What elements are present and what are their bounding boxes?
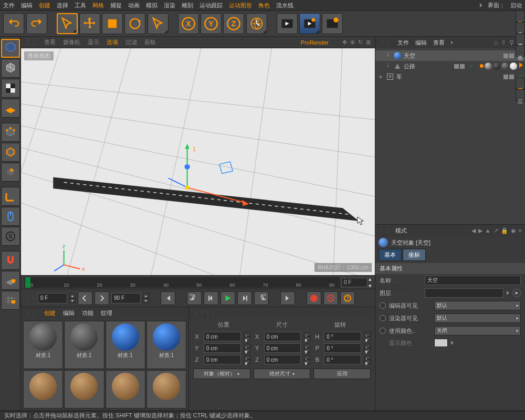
menu-mesh[interactable]: 网格 [92, 2, 104, 9]
expand-icon[interactable] [480, 3, 482, 7]
attr-up-icon[interactable]: ▲ [485, 227, 491, 234]
obj-home-icon[interactable]: ⌂ [494, 39, 498, 46]
pos-input[interactable]: 0 cm [204, 355, 241, 364]
rot-spinner[interactable]: ▴▾ [364, 332, 371, 341]
select-tool[interactable] [57, 13, 78, 34]
apply-button[interactable]: 应用 [313, 369, 371, 379]
size-spinner[interactable]: ▴▾ [304, 344, 310, 352]
enable-icon[interactable]: ✓ [469, 63, 474, 70]
tab-basic[interactable]: 基本 [379, 249, 402, 261]
menu-tools[interactable]: 工具 [75, 2, 86, 9]
menu-mograph[interactable]: 运动图形 [229, 2, 252, 9]
pos-input[interactable]: 0 cm [204, 343, 241, 353]
scale-tool[interactable] [102, 13, 123, 34]
menu-select[interactable]: 选择 [57, 2, 68, 9]
rotate-tool[interactable] [124, 13, 145, 34]
menu-track[interactable]: 运动跟踪 [200, 2, 223, 9]
mat-tex[interactable]: 纹理 [101, 309, 112, 317]
vp-filter[interactable]: 过滤 [125, 38, 137, 46]
redo-button[interactable] [26, 13, 47, 34]
menu-edit[interactable]: 编辑 [21, 2, 33, 9]
rot-input[interactable]: 0 ° [324, 343, 361, 353]
mouse-button[interactable] [1, 207, 20, 226]
menu-anim[interactable]: 动画 [128, 2, 140, 9]
render-view-button[interactable] [277, 13, 298, 34]
timeline-ruler[interactable]: 0102030405060708090 [24, 277, 340, 288]
vp-display[interactable]: 显示 [88, 38, 99, 46]
layout-value[interactable]: 启动 [510, 2, 522, 9]
material-7[interactable] [146, 370, 186, 409]
tab-coords[interactable]: 坐标 [403, 249, 426, 261]
range-prev-button[interactable] [78, 291, 92, 305]
menu-sculpt[interactable]: 雕刻 [182, 2, 193, 9]
end-spinner[interactable]: ▴▾ [143, 293, 149, 303]
menu-character[interactable]: 角色 [258, 2, 270, 9]
pos-spinner[interactable]: ▴▾ [244, 344, 250, 352]
render-vis-radio[interactable] [380, 315, 386, 321]
material-5[interactable] [64, 370, 104, 409]
workplane-button[interactable] [1, 99, 20, 118]
editor-vis-dropdown[interactable]: 默认▾ [434, 301, 521, 310]
attr-new-icon[interactable]: ↗ [494, 227, 498, 234]
viewport-3d[interactable]: 透视视图 [21, 48, 375, 275]
goto-end-button[interactable] [280, 291, 295, 305]
vp-zoom-icon[interactable]: ⊕ [350, 39, 355, 46]
material-6[interactable] [106, 370, 145, 409]
editor-vis-radio[interactable] [380, 302, 386, 309]
obj-search-icon[interactable]: ⚲ [509, 39, 514, 46]
vp-options[interactable]: 选项 [107, 38, 118, 46]
material-1[interactable]: 材质.1 [64, 321, 104, 369]
edges-button[interactable] [1, 143, 20, 162]
side-tab-objects[interactable]: 对象 [516, 10, 525, 22]
rot-spinner[interactable]: ▴▾ [364, 355, 371, 364]
vp-panel[interactable]: 面板 [144, 38, 156, 46]
color-expand-icon[interactable] [451, 341, 454, 345]
record-button[interactable] [307, 291, 321, 305]
object-row-公路[interactable]: └公路✓ [375, 61, 525, 71]
end-frame[interactable]: 90 F [111, 293, 141, 303]
mat-func[interactable]: 功能 [82, 309, 93, 317]
attr-lock-icon[interactable]: 🔒 [501, 227, 508, 234]
coord-system-button[interactable] [246, 13, 267, 34]
menu-render[interactable]: 渲染 [164, 2, 175, 9]
autokey-button[interactable] [323, 291, 338, 305]
pos-spinner[interactable]: ▴▾ [244, 332, 250, 341]
axis-mode-button[interactable] [1, 187, 20, 206]
attr-fwd-icon[interactable]: ▶ [478, 227, 482, 234]
start-spinner[interactable]: ▴▾ [69, 293, 76, 303]
snap-button[interactable]: S [1, 227, 20, 246]
rot-input[interactable]: 0 ° [324, 355, 361, 364]
layer-pick-icon[interactable]: ➤ [512, 289, 521, 297]
mat-create[interactable]: 创建 [44, 309, 56, 317]
prev-key-button[interactable] [187, 291, 202, 305]
pos-spinner[interactable]: ▴▾ [244, 355, 250, 364]
next-key-button[interactable] [254, 291, 269, 305]
display-color-swatch[interactable] [434, 339, 448, 347]
render-picture-button[interactable] [299, 13, 320, 34]
render-settings-button[interactable] [322, 13, 343, 34]
pos-input[interactable]: 0 cm [204, 332, 241, 341]
size-input[interactable]: 0 cm [264, 332, 301, 341]
material-2[interactable]: 材质.1 [106, 321, 145, 369]
use-color-radio[interactable] [380, 328, 386, 334]
obj-more-icon[interactable] [451, 41, 453, 44]
abs-size-dropdown[interactable]: 绝对尺寸 ▾ [254, 369, 311, 379]
layer-expand-icon[interactable] [507, 291, 509, 295]
size-input[interactable]: 0 cm [264, 343, 301, 353]
attr-back-icon[interactable]: ◀ [471, 227, 476, 234]
grid-lock-button[interactable] [1, 291, 20, 310]
menu-sim[interactable]: 模拟 [146, 2, 158, 9]
material-3[interactable]: 材质.1 [146, 321, 186, 369]
locked-workplane-button[interactable] [1, 271, 20, 290]
obj-up-icon[interactable]: ⇧ [501, 39, 506, 46]
play-button[interactable] [220, 291, 235, 305]
obj-view[interactable]: 查看 [433, 39, 445, 47]
side-tab-struct[interactable]: 构造 [516, 45, 525, 57]
attr-mode[interactable]: 模式 [395, 227, 407, 235]
vp-nav-icon[interactable]: ✥ [342, 39, 347, 46]
rot-spinner[interactable]: ▴▾ [364, 344, 371, 352]
range-next-button[interactable] [94, 291, 109, 305]
object-row-天空[interactable]: └天空✓ [375, 50, 525, 61]
obj-file[interactable]: 文件 [397, 39, 409, 47]
texture-button[interactable] [1, 79, 20, 98]
